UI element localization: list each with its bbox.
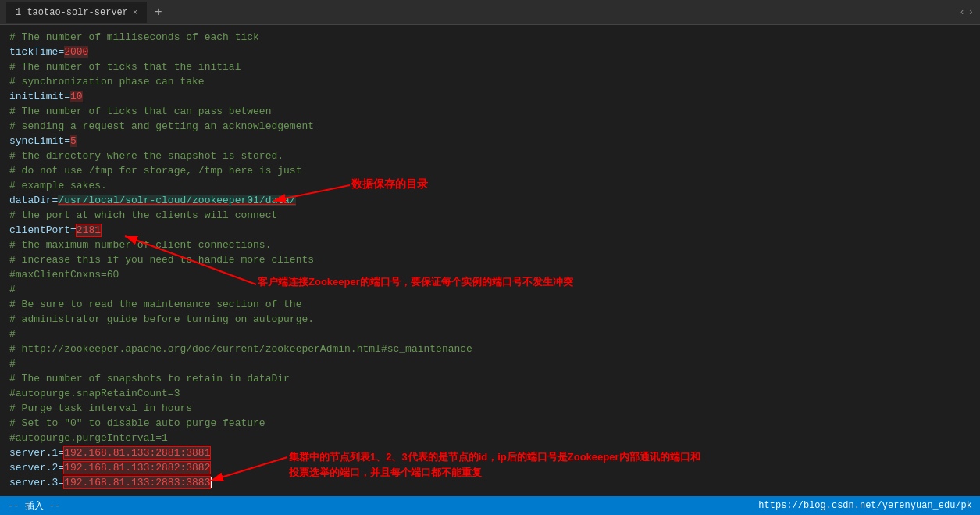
code-line: # The number of snapshots to retain in d… (9, 371, 971, 386)
close-tab-button[interactable]: × (133, 9, 137, 17)
code-line: tickTime=2000 (9, 45, 971, 59)
code-line: # the port at which the clients will con… (9, 208, 971, 223)
code-line: # administrator guide before turning on … (9, 312, 971, 327)
code-line: # Be sure to read the maintenance sectio… (9, 297, 971, 312)
code-line: # The number of ticks that can pass betw… (9, 104, 971, 119)
code-line: # example sakes. (9, 178, 971, 193)
title-bar: 1 taotao-solr-server × + ‹ › (0, 0, 980, 25)
editor-area[interactable]: # The number of milliseconds of each tic… (0, 25, 980, 496)
code-line: # The number of ticks that the initial (9, 59, 971, 74)
code-line: # (9, 327, 971, 342)
code-line: server.3=192.168.81.133:2883:3883 (9, 475, 971, 490)
nav-right-icon[interactable]: › (968, 7, 974, 18)
code-line: # (9, 356, 971, 371)
code-line: # (9, 282, 971, 297)
code-line: # the directory where the snapshot is st… (9, 148, 971, 163)
code-line: #maxClientCnxns=60 (9, 267, 971, 282)
code-line: clientPort=2181 (9, 223, 971, 238)
code-line: # synchronization phase can take (9, 74, 971, 89)
code-line: #autopurge.snapRetainCount=3 (9, 386, 971, 401)
code-line: server.1=192.168.81.133:2881:3881 (9, 445, 971, 460)
code-line: initLimit=10 (9, 89, 971, 104)
code-line: # increase this if you need to handle mo… (9, 252, 971, 267)
nav-left-icon[interactable]: ‹ (960, 7, 965, 18)
status-bar: -- 插入 -- https://blog.csdn.net/yerenyuan… (0, 496, 980, 515)
code-line: # The number of milliseconds of each tic… (9, 30, 971, 45)
code-line: # sending a request and getting an ackno… (9, 119, 971, 134)
active-tab[interactable]: 1 taotao-solr-server × (6, 2, 147, 23)
code-line: # Set to "0" to disable auto purge featu… (9, 416, 971, 431)
status-url: https://blog.csdn.net/yerenyuan_edu/pk (758, 500, 972, 511)
code-line: # do not use /tmp for storage, /tmp here… (9, 163, 971, 178)
editor-mode: -- 插入 -- (8, 499, 60, 513)
nav-arrows: ‹ › (960, 7, 974, 18)
new-tab-button[interactable]: + (147, 1, 170, 24)
code-line: # http://zookeeper.apache.org/doc/curren… (9, 342, 971, 356)
code-line: # the maximum number of client connectio… (9, 238, 971, 252)
code-line: server.2=192.168.81.133:2882:3882 (9, 460, 971, 475)
tab-label: 1 taotao-solr-server (16, 7, 128, 18)
code-line: syncLimit=5 (9, 134, 971, 148)
code-line: # Purge task interval in hours (9, 401, 971, 416)
code-line: dataDir=/usr/local/solr-cloud/zookeeper0… (9, 193, 971, 208)
code-line: #autopurge.purgeInterval=1 (9, 431, 971, 445)
